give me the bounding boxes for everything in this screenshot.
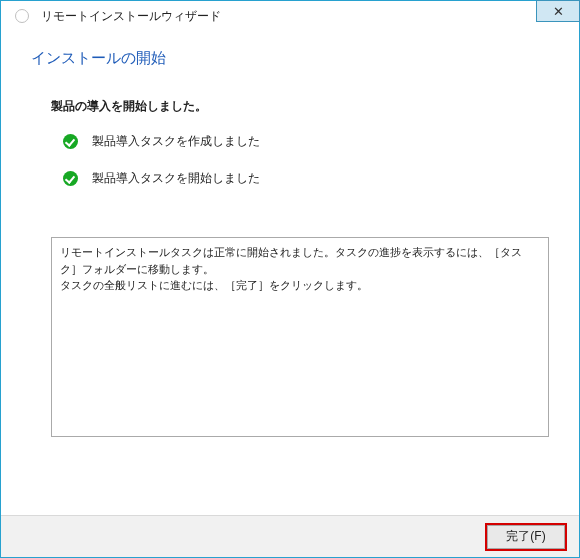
page-title: インストールの開始 xyxy=(31,49,549,68)
close-icon: ✕ xyxy=(553,4,564,19)
wizard-body: インストールの開始 製品の導入を開始しました。 製品導入タスクを作成しました 製… xyxy=(1,31,579,515)
finish-button[interactable]: 完了(F) xyxy=(487,525,565,549)
finish-button-label: 完了(F) xyxy=(506,528,545,545)
status-item: 製品導入タスクを開始しました xyxy=(51,170,549,187)
app-icon xyxy=(15,9,29,23)
status-heading: 製品の導入を開始しました。 xyxy=(51,98,549,115)
check-icon xyxy=(63,171,78,186)
titlebar: リモートインストールウィザード ✕ xyxy=(1,1,579,31)
check-icon xyxy=(63,134,78,149)
window-title: リモートインストールウィザード xyxy=(41,8,221,25)
log-line: タスクの全般リストに進むには、［完了］をクリックします。 xyxy=(60,277,540,294)
log-textarea[interactable]: リモートインストールタスクは正常に開始されました。タスクの進捗を表示するには、［… xyxy=(51,237,549,437)
footer-bar: 完了(F) xyxy=(1,515,579,557)
status-item: 製品導入タスクを作成しました xyxy=(51,133,549,150)
close-button[interactable]: ✕ xyxy=(536,0,580,22)
wizard-window: リモートインストールウィザード ✕ インストールの開始 製品の導入を開始しました… xyxy=(0,0,580,558)
status-item-label: 製品導入タスクを開始しました xyxy=(92,170,260,187)
status-item-label: 製品導入タスクを作成しました xyxy=(92,133,260,150)
content-area: 製品の導入を開始しました。 製品導入タスクを作成しました 製品導入タスクを開始し… xyxy=(31,98,549,437)
log-line: リモートインストールタスクは正常に開始されました。タスクの進捗を表示するには、［… xyxy=(60,244,540,277)
